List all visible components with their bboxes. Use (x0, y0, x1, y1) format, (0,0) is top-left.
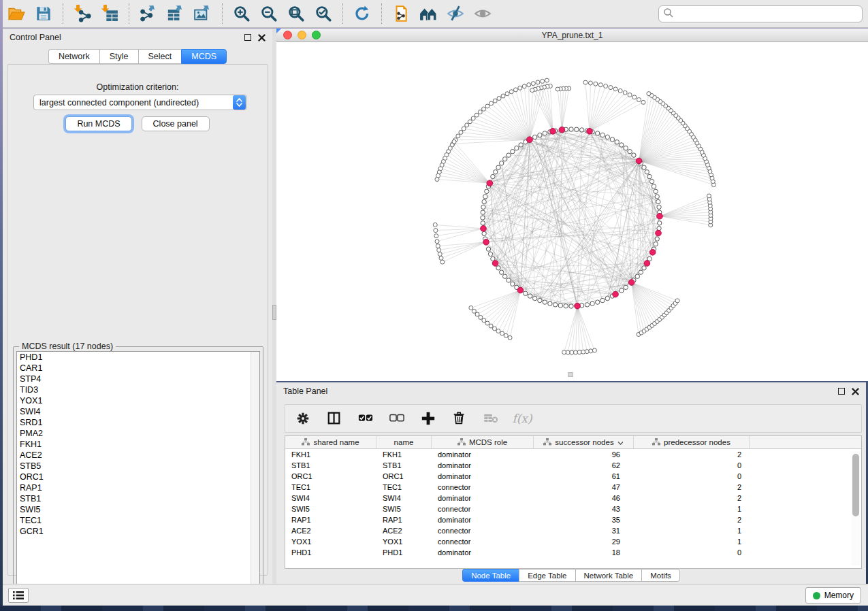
refresh-icon[interactable] (351, 3, 373, 24)
hide-selected-icon[interactable] (445, 3, 466, 24)
tab-mcds[interactable]: MCDS (181, 49, 227, 64)
table-row[interactable]: RAP1RAP1dominator352 (285, 514, 861, 525)
close-table-panel-icon[interactable] (852, 388, 859, 395)
delete-column-icon[interactable] (450, 408, 469, 429)
import-table-icon[interactable] (99, 3, 120, 24)
mcds-node-item[interactable]: PHD1 (17, 352, 259, 363)
mcds-node-item[interactable]: STP4 (17, 374, 259, 384)
table-scrollbar[interactable] (852, 451, 860, 565)
tab-edge-table[interactable]: Edge Table (519, 569, 575, 582)
canvas-handle[interactable] (568, 372, 573, 377)
cell-mcds_role: dominator (432, 461, 534, 469)
table-row[interactable]: TEC1TEC1connector472 (285, 482, 861, 493)
mcds-node-item[interactable]: CAR1 (17, 363, 259, 374)
table-settings-icon[interactable] (293, 408, 312, 429)
table-row[interactable]: STB1STB1dominator620 (285, 460, 861, 471)
show-all-icon[interactable] (472, 3, 494, 24)
mcds-result-list[interactable]: PHD1CAR1STP4TID3YOX1SWI4SRD1PMA2FKH1ACE2… (16, 351, 260, 595)
cell-predecessor_nodes: 2 (634, 450, 750, 459)
window-maximize-icon[interactable] (312, 31, 321, 39)
new-network-from-selection-icon[interactable] (390, 3, 412, 24)
mcds-node-item[interactable]: SRD1 (17, 417, 259, 428)
mcds-node-item[interactable]: PMA2 (17, 428, 259, 439)
mcds-node-item[interactable]: FKH1 (17, 439, 259, 450)
search-box[interactable] (658, 5, 863, 22)
mcds-node-item[interactable]: RAP1 (17, 482, 259, 493)
fx-label: f(x) (512, 412, 532, 425)
mcds-node-item[interactable]: YOX1 (17, 395, 259, 406)
column-visibility-icon[interactable] (325, 408, 344, 429)
main-toolbar (3, 0, 868, 28)
mcds-node-item[interactable]: ORC1 (17, 472, 259, 482)
run-mcds-button[interactable]: Run MCDS (65, 116, 131, 131)
column-header-predecessor-nodes[interactable]: predecessor nodes (634, 436, 750, 448)
open-file-icon[interactable] (5, 3, 27, 24)
mcds-node-item[interactable]: SWI4 (17, 406, 259, 417)
table-row[interactable]: PHD1PHD1dominator180 (285, 547, 861, 558)
export-image-icon[interactable] (192, 3, 214, 24)
search-input[interactable] (674, 7, 862, 21)
window-close-icon[interactable] (283, 31, 292, 39)
float-panel-icon[interactable] (244, 34, 251, 41)
memory-button[interactable]: Memory (805, 587, 861, 604)
close-panel-icon[interactable] (258, 34, 266, 42)
export-network-icon[interactable] (138, 3, 159, 24)
zoom-fit-icon[interactable] (285, 3, 307, 24)
cell-predecessor_nodes: 0 (634, 548, 750, 557)
sort-menu-icon[interactable] (617, 438, 624, 446)
first-neighbors-icon[interactable] (417, 3, 439, 24)
criterion-select[interactable]: largest connected component (undirected) (33, 95, 247, 110)
mcds-node-item[interactable]: GCR1 (17, 526, 259, 537)
tab-node-table[interactable]: Node Table (462, 569, 519, 582)
memory-label: Memory (824, 591, 854, 600)
column-header-MCDS-role[interactable]: MCDS role (432, 436, 534, 448)
table-row[interactable]: ACE2ACE2connector311 (285, 525, 861, 536)
mcds-node-item[interactable]: TID3 (17, 384, 259, 395)
tab-style[interactable]: Style (99, 49, 138, 64)
float-table-panel-icon[interactable] (838, 388, 845, 395)
import-network-icon[interactable] (71, 3, 93, 24)
mcds-node-item[interactable]: STB1 (17, 493, 259, 504)
mcds-node-item[interactable]: ACE2 (17, 450, 259, 461)
cell-shared_name: SWI5 (285, 505, 376, 513)
tab-motifs[interactable]: Motifs (641, 569, 680, 582)
network-window-titlebar[interactable]: YPA_prune.txt_1 (276, 29, 868, 42)
mcds-node-item[interactable]: TEC1 (17, 515, 259, 526)
tab-network-table[interactable]: Network Table (575, 569, 642, 582)
table-row[interactable]: SWI4SWI4dominator462 (285, 493, 861, 503)
cell-mcds_role: connector (432, 538, 534, 546)
close-panel-button[interactable]: Close panel (142, 116, 210, 131)
zoom-out-icon[interactable] (258, 3, 280, 24)
column-label: shared name (313, 438, 359, 446)
table-row[interactable]: ORC1ORC1dominator610 (285, 471, 861, 482)
mcds-node-item[interactable]: SWI5 (17, 504, 259, 515)
window-minimize-icon[interactable] (298, 31, 306, 39)
mcds-node-item[interactable]: STB5 (17, 461, 259, 472)
save-session-icon[interactable] (33, 3, 54, 24)
select-all-rows-icon[interactable] (356, 408, 375, 429)
column-label: successor nodes (555, 438, 613, 446)
deselect-all-rows-icon[interactable] (387, 408, 406, 429)
network-graph[interactable] (276, 42, 868, 381)
add-column-icon[interactable] (419, 408, 438, 429)
export-table-icon[interactable] (165, 3, 187, 24)
mcds-list-scrollbar[interactable] (251, 352, 259, 594)
network-canvas[interactable] (276, 42, 868, 381)
cell-shared_name: SWI4 (285, 494, 376, 502)
task-history-button[interactable] (8, 588, 29, 603)
zoom-in-icon[interactable] (231, 3, 253, 24)
table-row[interactable]: YOX1YOX1connector291 (285, 536, 861, 547)
cell-successor_nodes: 46 (534, 494, 634, 502)
column-header-shared-name[interactable]: shared name (285, 436, 376, 448)
cell-shared_name: ORC1 (285, 472, 376, 480)
table-scrollbar-thumb[interactable] (852, 454, 859, 516)
tab-network[interactable]: Network (48, 49, 99, 64)
table-row[interactable]: SWI5SWI5connector431 (285, 503, 861, 514)
cell-name: PHD1 (376, 548, 432, 557)
column-header-successor-nodes[interactable]: successor nodes (534, 436, 634, 448)
table-row[interactable]: FKH1FKH1dominator962 (285, 449, 861, 460)
zoom-selected-icon[interactable] (312, 3, 334, 24)
column-header-name[interactable]: name (376, 436, 432, 448)
tab-select[interactable]: Select (138, 49, 182, 64)
cell-name: ORC1 (376, 472, 432, 480)
